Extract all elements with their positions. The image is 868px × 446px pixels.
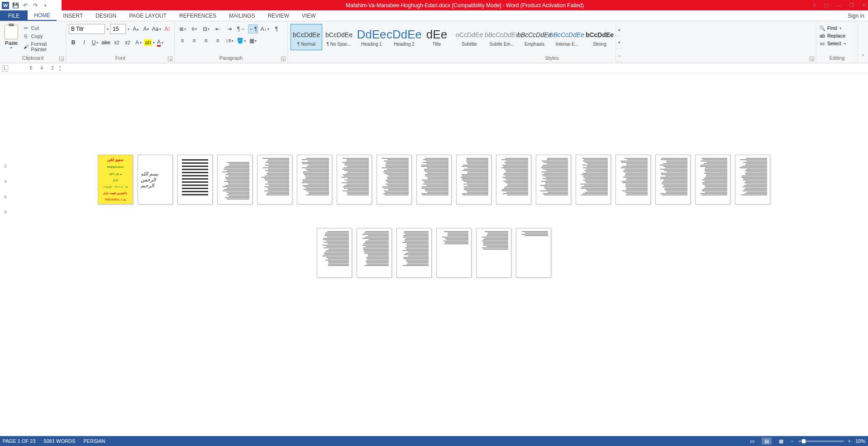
clear-formatting-button[interactable]: A⃠ xyxy=(163,24,172,33)
bold-button[interactable]: B xyxy=(69,38,78,47)
style-item--normal[interactable]: bCcDdEe¶ Normal xyxy=(291,24,322,50)
styles-scroll-up[interactable]: ▴ xyxy=(616,23,623,36)
multilevel-list-button[interactable]: ⊟ xyxy=(201,24,211,33)
page-thumbnail-8[interactable] xyxy=(377,155,412,204)
strikethrough-button[interactable]: abc xyxy=(101,38,110,47)
align-left-button[interactable]: ≡ xyxy=(177,36,187,45)
decrease-indent-button[interactable]: ⇤ xyxy=(213,24,223,33)
align-center-button[interactable]: ≡ xyxy=(189,36,199,45)
copy-button[interactable]: ⎘Copy xyxy=(23,33,63,39)
word-count-status[interactable]: 5081 WORDS xyxy=(44,438,76,444)
ribbon-display-options[interactable]: ▢ xyxy=(824,2,828,8)
styles-dialog-launcher[interactable]: ↘ xyxy=(810,57,814,61)
font-dialog-launcher[interactable]: ↘ xyxy=(168,57,172,61)
page-thumbnail-20[interactable] xyxy=(396,228,432,278)
tab-mailings[interactable]: MAILINGS xyxy=(223,10,261,21)
qat-dropdown-icon[interactable]: ▾ xyxy=(42,2,49,9)
page-thumbnail-17[interactable] xyxy=(735,155,770,204)
page-thumbnail-5[interactable] xyxy=(257,155,292,204)
style-item-subtitle[interactable]: oCcDdEeSubtitle xyxy=(453,24,485,50)
page-thumbnail-7[interactable] xyxy=(337,155,372,204)
style-item-emphasis[interactable]: bBcCcDdEeEmphasis xyxy=(519,24,550,50)
font-name-input[interactable] xyxy=(69,24,105,34)
subscript-button[interactable]: x2 xyxy=(112,38,121,47)
bullets-button[interactable]: ≣ xyxy=(177,24,187,33)
page-thumbnail-3[interactable] xyxy=(177,155,213,204)
select-button[interactable]: ▭Select▾ xyxy=(819,40,846,47)
justify-button[interactable]: ≡ xyxy=(213,36,223,45)
sort-button[interactable]: A↓ xyxy=(260,24,270,33)
page-thumbnail-21[interactable] xyxy=(436,228,472,278)
print-layout-button[interactable]: ▤ xyxy=(762,437,772,445)
styles-gallery[interactable]: bCcDdEe¶ NormalbCcDdEe¶ No Spac...DdEeHe… xyxy=(291,23,615,54)
font-size-input[interactable] xyxy=(110,24,126,34)
rtl-direction-button[interactable]: ←¶ xyxy=(248,24,258,33)
page-thumbnail-18[interactable] xyxy=(317,228,352,278)
language-status[interactable]: PERSIAN xyxy=(83,438,105,444)
style-item-title[interactable]: dEeTitle xyxy=(421,24,453,50)
numbering-button[interactable]: ≡ xyxy=(189,24,199,33)
tab-review[interactable]: REVIEW xyxy=(261,10,295,21)
borders-button[interactable]: ▦ xyxy=(248,36,258,45)
tab-references[interactable]: REFERENCES xyxy=(173,10,223,21)
underline-button[interactable]: U xyxy=(91,38,100,47)
page-thumbnail-13[interactable] xyxy=(576,155,611,204)
shading-button[interactable]: 🪣 xyxy=(236,36,246,45)
font-color-button[interactable]: A xyxy=(156,38,165,47)
tab-page-layout[interactable]: PAGE LAYOUT xyxy=(123,10,173,21)
italic-button[interactable]: I xyxy=(80,38,89,47)
style-item-heading-1[interactable]: DdEeHeading 1 xyxy=(356,24,387,50)
format-painter-button[interactable]: 🖌Format Painter xyxy=(23,41,63,52)
read-mode-button[interactable]: ▭ xyxy=(747,437,757,445)
close-button[interactable]: ✕ xyxy=(862,2,866,8)
page-thumbnail-11[interactable] xyxy=(496,155,531,204)
highlight-button[interactable]: ab xyxy=(145,38,154,47)
line-spacing-button[interactable]: ↕≡ xyxy=(224,36,234,45)
page-thumbnail-6[interactable] xyxy=(297,155,332,204)
ltr-direction-button[interactable]: ¶→ xyxy=(236,24,246,33)
superscript-button[interactable]: x2 xyxy=(123,38,132,47)
zoom-slider[interactable] xyxy=(798,441,844,442)
page-thumbnail-9[interactable] xyxy=(416,155,452,204)
sign-in-link[interactable]: Sign in xyxy=(848,10,864,21)
tab-selector[interactable]: L xyxy=(2,65,8,71)
tab-home[interactable]: HOME xyxy=(28,10,57,21)
page-thumbnail-19[interactable] xyxy=(357,228,392,278)
paragraph-dialog-launcher[interactable]: ↘ xyxy=(281,57,286,61)
help-button[interactable]: ? xyxy=(813,3,816,8)
clipboard-dialog-launcher[interactable]: ↘ xyxy=(59,57,64,61)
page-thumbnail-23[interactable] xyxy=(516,228,551,278)
page-thumbnail-4[interactable] xyxy=(217,155,253,204)
redo-icon[interactable]: ↷ xyxy=(32,2,39,9)
grow-font-button[interactable]: A▴ xyxy=(131,24,140,33)
style-item-intense-e-[interactable]: bBcCcDdEeIntense E... xyxy=(551,24,583,50)
tab-file[interactable]: FILE xyxy=(0,10,28,21)
increase-indent-button[interactable]: ⇥ xyxy=(224,24,234,33)
styles-scroll-down[interactable]: ▾ xyxy=(616,36,623,49)
page-thumbnail-15[interactable] xyxy=(655,155,691,204)
restore-button[interactable]: ❐ xyxy=(849,2,854,8)
page-thumbnail-2[interactable]: بسم الله الرحمن الرحیم xyxy=(138,155,173,204)
text-effects-button[interactable]: A xyxy=(134,38,143,47)
find-button[interactable]: 🔍Find▾ xyxy=(819,25,846,31)
page-thumbnail-12[interactable] xyxy=(536,155,571,204)
page-thumbnail-16[interactable] xyxy=(695,155,730,204)
cut-button[interactable]: ✂Cut xyxy=(23,25,63,31)
margin-marker-icon[interactable]: ▾▴ xyxy=(59,66,61,71)
zoom-in-button[interactable]: + xyxy=(848,438,851,444)
undo-icon[interactable]: ↶ xyxy=(22,2,29,9)
tab-design[interactable]: DESIGN xyxy=(89,10,123,21)
tab-view[interactable]: VIEW xyxy=(296,10,322,21)
style-item-strong[interactable]: bCcDdEeStrong xyxy=(584,24,615,50)
shrink-font-button[interactable]: A▾ xyxy=(142,24,150,33)
page-number-status[interactable]: PAGE 1 OF 23 xyxy=(3,438,36,444)
minimize-button[interactable]: — xyxy=(836,3,841,8)
zoom-level[interactable]: 10% xyxy=(855,438,865,444)
page-thumbnail-10[interactable] xyxy=(456,155,491,204)
collapse-ribbon-button[interactable]: ˄ xyxy=(858,21,868,63)
document-area[interactable]: 2 4 6 8 تحقیق آنلاینTahghighonline.irمرج… xyxy=(0,73,868,436)
tab-insert[interactable]: INSERT xyxy=(57,10,89,21)
zoom-out-button[interactable]: − xyxy=(791,438,793,444)
change-case-button[interactable]: Aa xyxy=(152,24,161,33)
show-marks-button[interactable]: ¶ xyxy=(272,24,281,33)
